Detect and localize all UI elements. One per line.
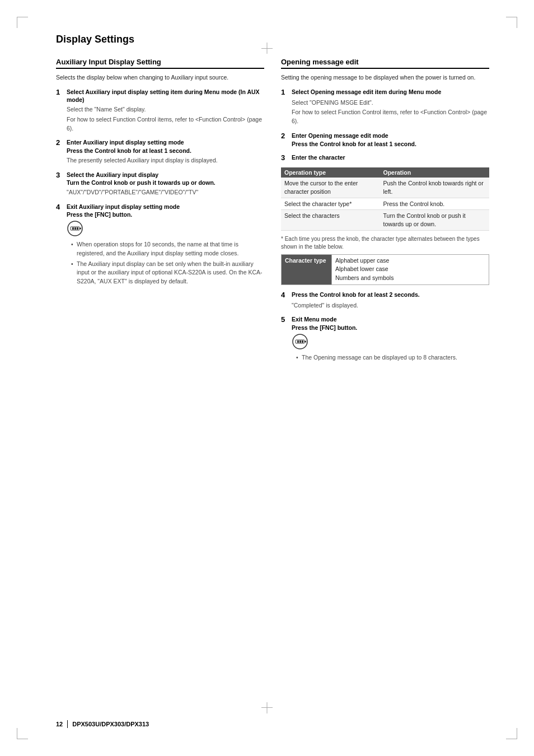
open-step-5: 5 Exit Menu mode Press the [FNC] button. (281, 315, 489, 362)
op-row2-col2: Press the Control knob. (380, 198, 489, 210)
footer-page-number: 12 (56, 721, 63, 727)
aux-step-3: 3 Select the Auxiliary input display Tur… (56, 171, 264, 197)
char-table: Character type Alphabet upper case Alpha… (281, 254, 489, 285)
right-column: Opening message edit Setting the opening… (281, 58, 489, 368)
aux-step-3-body: "AUX"/"DVD"/"PORTABLE"/"GAME"/"VIDEO"/"T… (67, 188, 264, 197)
aux-step-3-subtitle: Turn the Control knob or push it towards… (67, 179, 216, 186)
open-step-4-title: Press the Control knob for at least 2 se… (292, 291, 420, 299)
char-table-header: Character type (282, 254, 332, 284)
aux-step-2-body: The presently selected Auxiliary input d… (67, 156, 264, 165)
open-step-2-subtitle: Press the Control knob for at least 1 se… (292, 141, 416, 147)
open-bullet-1: The Opening message can be displayed up … (296, 353, 489, 362)
open-step-3-title: Enter the character (292, 153, 345, 162)
aux-step-3-number: 3 (56, 171, 64, 180)
svg-rect-9 (302, 340, 303, 343)
open-section-title: Opening message edit (281, 58, 489, 69)
open-step-2-number: 2 (281, 132, 289, 141)
open-step-4-number: 4 (281, 291, 289, 300)
operation-table: Operation type Operation Move the cursor… (281, 167, 489, 230)
svg-rect-4 (77, 227, 78, 230)
footnote: * Each time you press the knob, the char… (281, 235, 489, 251)
open-step-1-number: 1 (281, 88, 289, 97)
aux-bullet-2: The Auxiliary input display can be set o… (71, 260, 264, 286)
aux-step-4-title: Exit Auxiliary input display setting mod… (67, 203, 180, 210)
aux-step-2-subtitle: Press the Control knob for at least 1 se… (67, 147, 191, 154)
aux-step-1-number: 1 (56, 88, 64, 97)
aux-step-4-bullets: When operation stops for 10 seconds, the… (71, 240, 264, 286)
aux-step-2-number: 2 (56, 138, 64, 148)
op-row1-col2: Push the Control knob towards right or l… (380, 178, 489, 198)
aux-step-2-title: Enter Auxiliary input display setting mo… (67, 139, 184, 146)
svg-rect-8 (299, 340, 301, 343)
char-row-3: Numbers and symbols (335, 274, 394, 281)
aux-step-4: 4 Exit Auxiliary input display setting m… (56, 203, 264, 286)
open-step-3-number: 3 (281, 153, 289, 163)
op-table-header-2: Operation (380, 167, 489, 178)
open-step-2: 2 Enter Opening message edit mode Press … (281, 132, 489, 148)
aux-step-1: 1 Select Auxiliary input display setting… (56, 88, 264, 133)
open-step-5-title: Exit Menu mode (292, 316, 337, 323)
char-table-values: Alphabet upper case Alphabet lower case … (332, 254, 489, 284)
table-row: Select the characters Turn the Control k… (281, 210, 489, 230)
svg-rect-2 (72, 227, 74, 230)
page-title: Display Settings (56, 34, 489, 45)
op-row2-col1: Select the character type* (281, 198, 380, 210)
aux-intro: Selects the display below when changing … (56, 73, 264, 82)
knob-icon-left (67, 220, 83, 237)
char-row-1: Alphabet upper case (335, 257, 389, 264)
page-footer: 12 DPX503U/DPX303/DPX313 (56, 720, 149, 728)
char-row-2: Alphabet lower case (335, 265, 388, 272)
op-row1-col1: Move the cursor to the enter character p… (281, 178, 380, 198)
open-step-4-body: "Completed" is displayed. (292, 301, 489, 310)
aux-step-2: 2 Enter Auxiliary input display setting … (56, 138, 264, 165)
svg-rect-3 (74, 227, 76, 230)
aux-bullet-1: When operation stops for 10 seconds, the… (71, 240, 264, 258)
aux-step-1-title: Select Auxiliary input display setting i… (67, 88, 264, 104)
footer-divider (67, 720, 68, 728)
op-row3-col1: Select the characters (281, 210, 380, 230)
table-row: Move the cursor to the enter character p… (281, 178, 489, 198)
open-step-5-subtitle: Press the [FNC] button. (292, 324, 357, 331)
open-step-1-body-2: For how to select Function Control items… (292, 108, 489, 126)
table-row: Select the character type* Press the Con… (281, 198, 489, 210)
aux-step-4-subtitle: Press the [FNC] button. (67, 211, 132, 218)
table-row: Character type Alphabet upper case Alpha… (282, 254, 489, 284)
op-row3-col2: Turn the Control knob or push it towards… (380, 210, 489, 230)
open-step-3: 3 Enter the character Operation type Ope… (281, 153, 489, 285)
open-intro: Setting the opening message to be displa… (281, 73, 489, 82)
aux-step-1-body-1: Select the "Name Set" display. (67, 105, 264, 114)
open-step-5-number: 5 (281, 315, 289, 325)
aux-step-1-body-2: For how to select Function Control items… (67, 115, 264, 133)
knob-icon-right (292, 333, 308, 350)
open-step-1-body-1: Select "OPENING MSGE Edit". (292, 99, 489, 108)
open-step-4: 4 Press the Control knob for at least 2 … (281, 291, 489, 310)
open-step-1-title: Select Opening message edit item during … (292, 88, 441, 96)
op-table-header-1: Operation type (281, 167, 380, 178)
open-step-2-title: Enter Opening message edit mode (292, 132, 388, 139)
open-step-1: 1 Select Opening message edit item durin… (281, 88, 489, 126)
aux-step-4-number: 4 (56, 203, 64, 212)
open-step-5-bullets: The Opening message can be displayed up … (296, 353, 489, 362)
footer-model: DPX503U/DPX303/DPX313 (72, 721, 149, 727)
svg-rect-7 (297, 340, 299, 343)
left-column: Auxiliary Input Display Setting Selects … (56, 58, 264, 368)
aux-step-3-title: Select the Auxiliary input display (67, 171, 158, 178)
aux-section-title: Auxiliary Input Display Setting (56, 58, 264, 69)
